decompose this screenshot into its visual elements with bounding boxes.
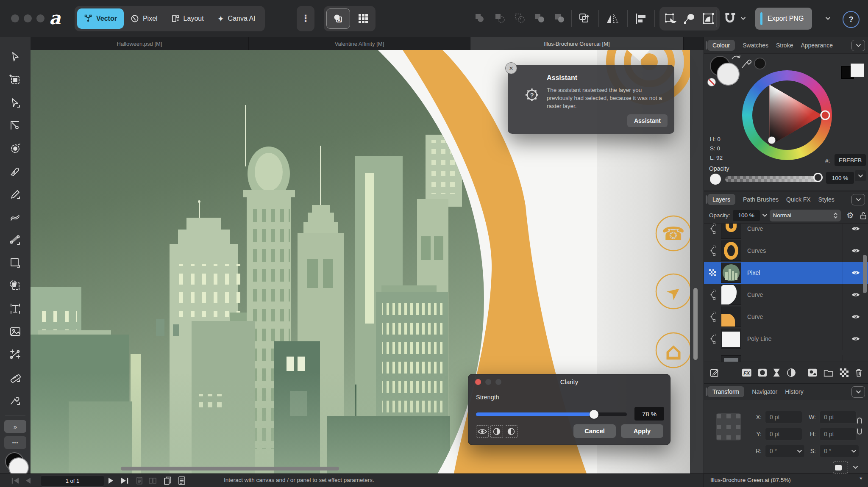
previous-page-icon[interactable]: [25, 477, 31, 484]
gradient-tool[interactable]: [9, 234, 22, 246]
boolean-xor-icon[interactable]: [534, 12, 545, 24]
layer-row[interactable]: Curves: [704, 240, 868, 262]
pages-view-icon[interactable]: [136, 476, 143, 485]
tab-stroke[interactable]: Stroke: [776, 42, 793, 49]
shade-selector[interactable]: [768, 136, 776, 144]
duplicate-page-icon[interactable]: [164, 476, 172, 485]
select-node-mode-icon[interactable]: [683, 12, 696, 25]
help-button[interactable]: ?: [843, 11, 860, 28]
blend-mode-select[interactable]: Normal: [770, 210, 841, 221]
persona-canva-ai[interactable]: ✦ Canva AI: [211, 8, 262, 29]
select-crop-mode-icon[interactable]: [702, 12, 715, 25]
vector-brush-tool[interactable]: [9, 211, 22, 224]
shape-tool[interactable]: [9, 279, 22, 292]
spread-view-icon[interactable]: [148, 476, 157, 485]
group-layers-folder-icon[interactable]: [823, 368, 834, 378]
shear-field[interactable]: 0 °: [819, 445, 859, 457]
tab-appearance[interactable]: Appearance: [801, 42, 833, 49]
adjustment-layer-icon[interactable]: [773, 367, 780, 378]
persona-pixel[interactable]: Pixel: [124, 8, 164, 29]
next-page-icon[interactable]: [108, 477, 114, 484]
arrange-order-icon[interactable]: [577, 12, 591, 25]
layer-row-partial[interactable]: [704, 350, 868, 362]
selection-box-toggle[interactable]: [833, 462, 848, 473]
split-preview-left-button[interactable]: [505, 425, 517, 438]
export-png-button[interactable]: Export PNG: [755, 8, 812, 30]
no-fill-swatch[interactable]: [707, 78, 716, 86]
tab-valentine[interactable]: Valentine Affinity [M]: [249, 37, 470, 50]
mask-layer-icon[interactable]: [758, 367, 767, 378]
vertical-scrollbar-thumb[interactable]: [693, 288, 698, 360]
colour-picker-tool[interactable]: [9, 394, 22, 407]
alignment-icon[interactable]: [634, 12, 648, 25]
layer-row[interactable]: Curve: [704, 306, 868, 328]
move-tool[interactable]: [9, 51, 22, 64]
tab-colour[interactable]: Colour: [707, 40, 735, 51]
add-mask-checkerboard-icon[interactable]: [840, 367, 849, 378]
eyedropper-icon[interactable]: [740, 56, 753, 69]
tab-swatches[interactable]: Swatches: [743, 42, 768, 49]
default-white-swatch[interactable]: [851, 64, 864, 77]
picked-colour-well[interactable]: [754, 58, 766, 69]
more-tools-button[interactable]: •••: [4, 436, 26, 449]
chevron-down-icon[interactable]: [853, 466, 858, 469]
artboard-tool[interactable]: [9, 74, 22, 86]
layer-fx-icon[interactable]: FX: [742, 367, 752, 378]
apply-button[interactable]: Apply: [621, 424, 663, 438]
tab-transform[interactable]: Transform: [707, 386, 744, 397]
layer-settings-gear-icon[interactable]: ⚙: [847, 210, 854, 220]
split-preview-right-button[interactable]: [490, 425, 503, 438]
rectangle-tool[interactable]: [9, 257, 22, 269]
tab-halloween[interactable]: Halloween.psd [M]: [31, 37, 249, 50]
zoom-window-icon[interactable]: [36, 14, 45, 22]
live-filter-icon[interactable]: [787, 367, 796, 378]
w-field[interactable]: 0 pt: [819, 411, 857, 423]
x-field[interactable]: 0 pt: [765, 411, 802, 423]
panel-menu-button[interactable]: [851, 40, 865, 51]
layer-row[interactable]: Curve: [704, 284, 868, 306]
snapping-magnet-icon[interactable]: [723, 11, 737, 26]
tab-layers[interactable]: Layers: [707, 194, 735, 205]
tab-path-brushes[interactable]: Path Brushes: [743, 196, 779, 203]
boolean-intersect-icon[interactable]: [514, 12, 526, 24]
layer-opacity-field[interactable]: 100 %: [733, 210, 760, 221]
strength-slider[interactable]: [476, 412, 627, 416]
saturation-triangle[interactable]: [742, 70, 832, 160]
opacity-preset-button[interactable]: [855, 170, 866, 181]
h-field[interactable]: 0 pt: [819, 428, 857, 440]
fill-colour-selector[interactable]: [717, 63, 740, 86]
pen-tool[interactable]: [9, 165, 22, 178]
layer-opacity-chevron-icon[interactable]: [762, 214, 767, 217]
swap-fill-stroke-icon[interactable]: [730, 53, 741, 61]
tab-quick-fx[interactable]: Quick FX: [786, 196, 811, 203]
point-transform-tool[interactable]: [9, 348, 22, 361]
strength-slider-knob[interactable]: [590, 410, 598, 419]
cancel-button[interactable]: Cancel: [573, 424, 616, 438]
tab-navigator[interactable]: Navigator: [752, 388, 777, 395]
text-tool[interactable]: [9, 302, 22, 315]
panel-grip[interactable]: [706, 41, 707, 50]
selection-brush-tool[interactable]: [9, 142, 22, 155]
tab-illus-brochure[interactable]: Illus-Brochure Green.ai [M]: [470, 37, 684, 50]
page-indicator-field[interactable]: 1 of 1: [41, 475, 104, 487]
strength-value-field[interactable]: 78 %: [634, 407, 664, 421]
first-page-icon[interactable]: [11, 477, 19, 484]
layer-row[interactable]: Poly Line: [704, 328, 868, 350]
visibility-toggle[interactable]: [843, 306, 868, 328]
persona-layout[interactable]: Layout: [164, 8, 211, 29]
boolean-add-icon[interactable]: [474, 12, 486, 24]
preview-toggle-button[interactable]: [476, 425, 489, 438]
assistant-button[interactable]: Assistant: [627, 114, 668, 127]
horizontal-scrollbar-thumb[interactable]: [121, 467, 339, 470]
boolean-subtract-icon[interactable]: [494, 12, 506, 24]
measure-tool[interactable]: [9, 371, 22, 384]
panel-menu-button[interactable]: [851, 386, 865, 398]
pixel-preview-toggle[interactable]: A: [326, 8, 350, 29]
last-page-icon[interactable]: [120, 477, 129, 484]
tab-history[interactable]: History: [785, 388, 804, 395]
flip-mirror-icon[interactable]: [605, 12, 620, 25]
minimize-window-icon[interactable]: [24, 14, 32, 22]
y-field[interactable]: 0 pt: [765, 428, 802, 440]
panel-grip[interactable]: [706, 387, 707, 396]
pencil-tool[interactable]: [9, 188, 22, 201]
